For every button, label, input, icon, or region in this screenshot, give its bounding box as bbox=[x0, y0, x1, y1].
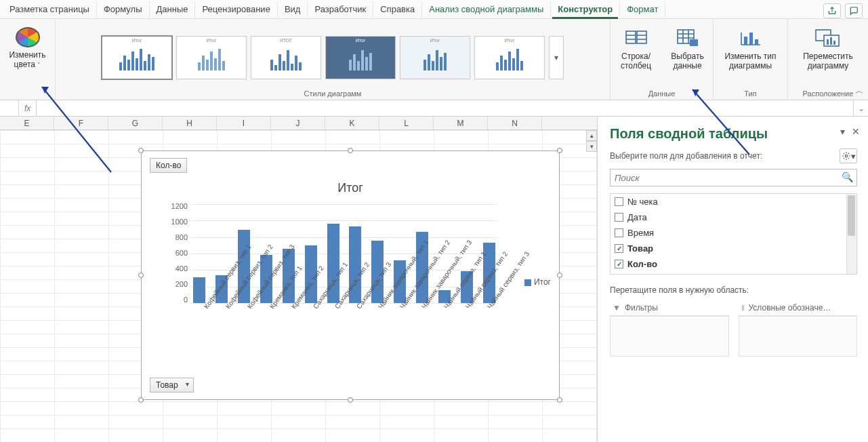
data-group-label: Данные bbox=[616, 88, 707, 98]
checkbox[interactable] bbox=[615, 197, 623, 206]
chart-x-axis: Кофейный сервиз, тип 1Кофейный сервиз, т… bbox=[190, 306, 498, 387]
resize-handle[interactable] bbox=[557, 148, 562, 153]
collapse-ribbon-button[interactable]: ︿ bbox=[855, 85, 864, 97]
col-header[interactable]: L bbox=[379, 117, 434, 129]
tab-format[interactable]: Формат bbox=[620, 1, 665, 18]
change-chart-type-label: Изменить тип диаграммы bbox=[724, 52, 776, 71]
comment-icon bbox=[849, 6, 859, 16]
checkbox[interactable] bbox=[615, 213, 623, 222]
chart-style-6[interactable]: Итог bbox=[474, 36, 545, 79]
switch-row-column-button[interactable]: Строка/ столбец bbox=[611, 22, 662, 71]
svg-rect-3 bbox=[690, 39, 698, 46]
share-button[interactable] bbox=[823, 3, 841, 18]
chevron-up-icon: ︿ bbox=[855, 85, 864, 96]
tab-help[interactable]: Справка bbox=[373, 1, 422, 18]
pivot-chart-object[interactable]: Кол-во Товар Итог 1200 1000 800 600 400 … bbox=[141, 150, 560, 400]
checkbox[interactable]: ✓ bbox=[615, 244, 623, 253]
chart-style-1[interactable]: Итог bbox=[102, 36, 172, 79]
select-data-button[interactable]: Выбрать данные bbox=[662, 22, 714, 71]
switch-row-column-icon bbox=[623, 26, 650, 49]
chart-legend[interactable]: Итог bbox=[524, 277, 551, 287]
tab-data[interactable]: Данные bbox=[150, 1, 196, 18]
comments-button[interactable] bbox=[845, 3, 863, 18]
gear-icon bbox=[842, 151, 851, 161]
ytick: 0 bbox=[163, 296, 188, 304]
col-header[interactable]: K bbox=[325, 117, 379, 129]
fields-search-input[interactable] bbox=[610, 169, 857, 186]
switch-row-column-label: Строка/ столбец bbox=[621, 52, 651, 71]
change-chart-type-button[interactable]: Изменить тип диаграммы bbox=[717, 22, 785, 71]
col-header[interactable]: H bbox=[163, 117, 217, 129]
field-label: Время bbox=[627, 228, 654, 238]
name-box[interactable] bbox=[0, 100, 19, 116]
col-header[interactable]: M bbox=[434, 117, 488, 129]
checkbox[interactable]: ✓ bbox=[615, 260, 623, 268]
chevron-down-icon: ▾ bbox=[554, 53, 558, 62]
palette-icon bbox=[16, 27, 40, 47]
field-item[interactable]: ✓Товар bbox=[611, 241, 856, 256]
pane-layout-button[interactable]: ▾ bbox=[840, 148, 857, 163]
pane-options-button[interactable]: ▾ bbox=[840, 126, 845, 137]
work-area: E F G H I J K L M N ▴ ▾ Кол-во Тов bbox=[0, 117, 868, 442]
tab-review[interactable]: Рецензирование bbox=[195, 1, 277, 18]
col-header[interactable]: I bbox=[217, 117, 271, 129]
tab-page-layout[interactable]: Разметка страницы bbox=[3, 1, 97, 18]
legend-label: Итог bbox=[534, 277, 551, 287]
chart-style-2[interactable]: Итог bbox=[176, 36, 247, 79]
chart-axis-field-button[interactable]: Товар bbox=[150, 378, 194, 393]
worksheet-grid[interactable]: E F G H I J K L M N ▴ ▾ Кол-во Тов bbox=[0, 117, 597, 442]
move-chart-button[interactable]: Переместить диаграмму bbox=[791, 22, 865, 71]
chart-y-axis: 1200 1000 800 600 400 200 0 bbox=[163, 202, 188, 304]
change-colors-button[interactable]: Изменить цвета ˅ bbox=[1, 22, 55, 70]
legend-drop-area[interactable]: ⦀Условные обозначе… bbox=[739, 300, 858, 357]
col-header[interactable]: N bbox=[488, 117, 542, 129]
resize-handle[interactable] bbox=[557, 397, 562, 403]
checkbox[interactable] bbox=[615, 228, 623, 237]
ytick: 200 bbox=[163, 280, 188, 288]
field-item[interactable]: № чека bbox=[611, 194, 856, 209]
pane-subtitle: Выберите поля для добавления в отчет: bbox=[610, 151, 762, 161]
styles-gallery-more[interactable]: ▾ bbox=[549, 36, 564, 79]
search-icon: 🔍 bbox=[842, 172, 853, 182]
col-header[interactable]: F bbox=[54, 117, 108, 129]
field-item[interactable]: Дата bbox=[611, 209, 856, 225]
col-header[interactable]: E bbox=[0, 117, 54, 129]
chart-style-4[interactable]: Итог bbox=[325, 36, 396, 79]
chart-style-5[interactable]: Итог bbox=[400, 36, 470, 79]
col-header[interactable]: J bbox=[271, 117, 325, 129]
ytick: 1000 bbox=[163, 218, 188, 226]
pane-close-button[interactable]: ✕ bbox=[852, 126, 860, 137]
formula-expand-button[interactable]: ⌄ bbox=[853, 100, 868, 116]
scrollbar-thumb[interactable] bbox=[848, 195, 855, 236]
chart-bar[interactable] bbox=[193, 277, 205, 303]
tab-pivotchart-analyze[interactable]: Анализ сводной диаграммы bbox=[422, 1, 551, 18]
resize-handle[interactable] bbox=[348, 148, 353, 153]
col-header[interactable]: G bbox=[108, 117, 163, 129]
resize-handle[interactable] bbox=[138, 397, 144, 403]
chevron-down-icon: ˅ bbox=[37, 62, 41, 68]
chart-values-field-button[interactable]: Кол-во bbox=[150, 158, 187, 173]
chart-style-3[interactable]: ИТОГ bbox=[251, 36, 321, 79]
tab-formulas[interactable]: Формулы bbox=[97, 1, 150, 18]
filters-drop-area[interactable]: ▼Фильтры bbox=[610, 300, 729, 357]
share-icon bbox=[827, 6, 837, 16]
formula-input[interactable] bbox=[37, 100, 853, 116]
scrollbar-track[interactable] bbox=[846, 194, 856, 274]
scroll-up-button[interactable]: ▴ bbox=[586, 130, 597, 141]
fx-label[interactable]: fx bbox=[19, 100, 37, 116]
field-label: № чека bbox=[627, 197, 658, 207]
tab-design[interactable]: Конструктор bbox=[551, 1, 620, 18]
resize-handle[interactable] bbox=[348, 397, 353, 403]
resize-handle[interactable] bbox=[138, 148, 144, 153]
legend-area-label: Условные обозначе… bbox=[749, 303, 831, 313]
scroll-down-button[interactable]: ▾ bbox=[586, 141, 597, 152]
chart-title[interactable]: Итог bbox=[142, 181, 559, 195]
tab-developer[interactable]: Разработчик bbox=[308, 1, 373, 18]
tab-view[interactable]: Вид bbox=[278, 1, 308, 18]
svg-rect-4 bbox=[744, 37, 747, 45]
resize-handle[interactable] bbox=[138, 273, 144, 278]
field-item[interactable]: ✓Кол-во bbox=[611, 256, 856, 272]
fields-list[interactable]: № чекаДатаВремя✓Товар✓Кол-во bbox=[610, 193, 857, 275]
field-label: Дата bbox=[627, 212, 647, 222]
field-item[interactable]: Время bbox=[611, 225, 856, 241]
